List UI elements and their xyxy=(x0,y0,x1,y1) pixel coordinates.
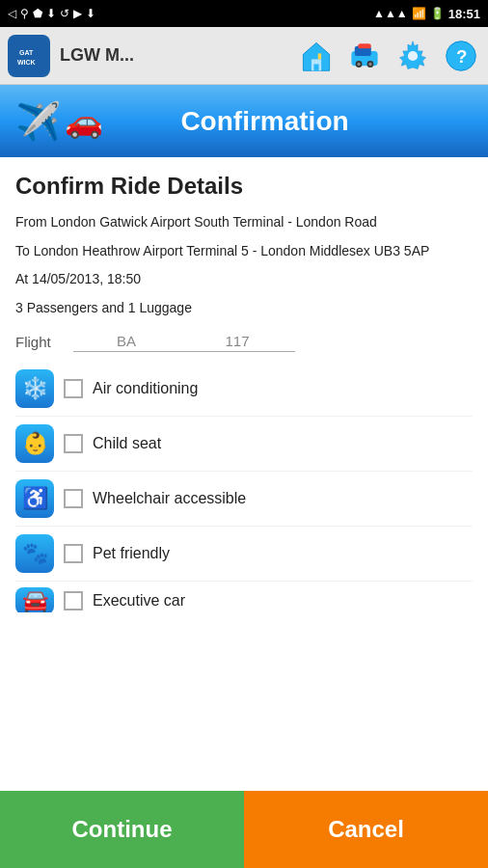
settings-button[interactable] xyxy=(393,37,432,75)
status-bar: ◁ ⚲ ⬟ ⬇ ↺ ▶ ⬇ ▲▲▲ 📶 🔋 18:51 xyxy=(0,0,488,27)
pet-friendly-icon: 🐾 xyxy=(15,534,54,573)
executive-car-checkbox[interactable] xyxy=(64,591,83,610)
refresh-icon: ↺ xyxy=(60,7,69,20)
flight-label: Flight xyxy=(15,334,73,350)
download2-icon: ⬇ xyxy=(86,7,95,20)
wheelchair-label: Wheelchair accessible xyxy=(93,490,246,507)
status-right-icons: ▲▲▲ 📶 🔋 18:51 xyxy=(373,7,480,21)
child-seat-icon: 👶 xyxy=(15,424,54,463)
svg-point-13 xyxy=(368,62,371,65)
svg-rect-6 xyxy=(318,53,321,59)
option-wheelchair: ♿ Wheelchair accessible xyxy=(15,472,473,527)
from-detail: From London Gatwick Airport South Termin… xyxy=(15,213,473,232)
wifi-icon: 📶 xyxy=(412,7,426,20)
option-child-seat: 👶 Child seat xyxy=(15,417,473,472)
car-icon: 🚗 xyxy=(65,103,103,140)
signal-icon: ▲▲▲ xyxy=(373,7,408,20)
status-left-icons: ◁ ⚲ ⬟ ⬇ ↺ ▶ ⬇ xyxy=(8,7,95,20)
flight-number-input[interactable] xyxy=(179,331,295,352)
play-icon: ▶ xyxy=(73,7,82,20)
battery-low-icon: 🔋 xyxy=(430,7,445,20)
android-icon: ⬟ xyxy=(33,7,42,20)
main-content: Confirm Ride Details From London Gatwick… xyxy=(0,157,488,612)
executive-car-icon: 🚘 xyxy=(15,587,54,612)
nav-bar: GAT WICK LGW M... xyxy=(0,27,488,85)
flight-airline-input[interactable] xyxy=(73,331,179,352)
child-seat-label: Child seat xyxy=(93,435,161,452)
back-icon: ◁ xyxy=(8,7,16,20)
child-seat-checkbox[interactable] xyxy=(64,434,83,453)
header-icons: ✈️ 🚗 xyxy=(15,100,103,143)
svg-text:?: ? xyxy=(456,45,467,66)
svg-rect-0 xyxy=(14,41,43,70)
svg-text:WICK: WICK xyxy=(17,59,36,66)
pet-friendly-checkbox[interactable] xyxy=(64,544,83,563)
help-button[interactable]: ? xyxy=(442,37,480,75)
passengers-detail: 3 Passengers and 1 Luggage xyxy=(15,299,473,318)
option-executive-car: 🚘 Executive car xyxy=(15,582,473,612)
options-list: ❄️ Air conditioning 👶 Child seat ♿ Wheel… xyxy=(15,362,473,612)
at-detail: At 14/05/2013, 18:50 xyxy=(15,270,473,289)
to-detail: To London Heathrow Airport Terminal 5 - … xyxy=(15,242,473,261)
air-conditioning-icon: ❄️ xyxy=(15,369,54,408)
svg-rect-5 xyxy=(313,64,318,70)
bottom-buttons: Continue Cancel xyxy=(0,791,488,868)
download-icon: ⬇ xyxy=(46,7,56,20)
app-title: LGW M... xyxy=(60,45,287,66)
svg-point-15 xyxy=(408,50,418,60)
air-conditioning-label: Air conditioning xyxy=(93,380,198,397)
cancel-button[interactable]: Cancel xyxy=(244,791,488,868)
pet-friendly-label: Pet friendly xyxy=(93,545,170,562)
svg-point-12 xyxy=(357,62,360,65)
page-header: ✈️ 🚗 Confirmation xyxy=(0,85,488,157)
section-heading: Confirm Ride Details xyxy=(15,173,473,200)
svg-rect-9 xyxy=(358,43,371,48)
option-pet-friendly: 🐾 Pet friendly xyxy=(15,527,473,582)
taxi-button[interactable] xyxy=(345,37,384,75)
executive-car-label: Executive car xyxy=(93,592,185,610)
option-air-conditioning: ❄️ Air conditioning xyxy=(15,362,473,417)
air-conditioning-checkbox[interactable] xyxy=(64,379,83,398)
page-title: Confirmation xyxy=(115,106,415,137)
wheelchair-icon: ♿ xyxy=(15,479,54,518)
svg-text:GAT: GAT xyxy=(19,49,34,56)
status-time: 18:51 xyxy=(448,7,480,21)
plane-icon: ✈️ xyxy=(15,100,61,143)
flight-row: Flight xyxy=(15,331,473,352)
continue-button[interactable]: Continue xyxy=(0,791,244,868)
wheelchair-checkbox[interactable] xyxy=(64,489,83,508)
app-logo[interactable]: GAT WICK xyxy=(8,35,50,77)
usb-icon: ⚲ xyxy=(20,7,29,20)
home-button[interactable] xyxy=(297,37,336,75)
